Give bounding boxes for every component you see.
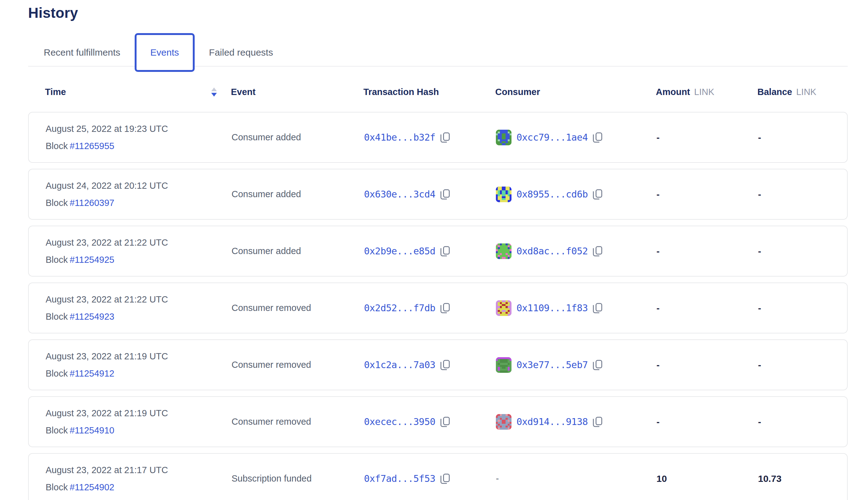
time-cell: August 23, 2022 at 21:19 UTC Block#11254… <box>46 408 231 436</box>
balance-value: - <box>758 132 847 143</box>
balance-value: 10.73 <box>758 474 847 484</box>
balance-value: - <box>758 360 847 370</box>
block-number-link[interactable]: #11260397 <box>70 198 114 208</box>
tab-events[interactable]: Events <box>135 33 195 72</box>
consumer-identicon <box>496 414 512 430</box>
block-line: Block#11254925 <box>46 255 231 265</box>
block-number-link[interactable]: #11265955 <box>70 141 114 151</box>
copy-icon[interactable] <box>440 360 450 370</box>
copy-icon[interactable] <box>593 360 602 370</box>
copy-icon[interactable] <box>440 474 450 484</box>
amount-value: - <box>656 189 758 200</box>
copy-icon[interactable] <box>593 132 602 143</box>
copy-icon[interactable] <box>593 417 602 427</box>
transaction-hash-cell: 0x1c2a...7a03 <box>364 359 496 370</box>
sort-desc-icon <box>211 93 217 96</box>
event-row: August 23, 2022 at 21:22 UTC Block#11254… <box>28 226 848 276</box>
sort-icon[interactable] <box>211 88 217 96</box>
consumer-address-group: 0xcc79...1ae4 <box>496 130 602 145</box>
balance-value: - <box>758 303 847 314</box>
event-row: August 25, 2022 at 19:23 UTC Block#11265… <box>28 112 848 163</box>
consumer-address-group: 0x3e77...5eb7 <box>496 357 602 373</box>
block-number-link[interactable]: #11254902 <box>70 482 114 492</box>
transaction-hash-link[interactable]: 0x1c2a...7a03 <box>364 359 435 370</box>
tab-failed-requests[interactable]: Failed requests <box>209 47 273 58</box>
consumer-address-link[interactable]: 0xd8ac...f052 <box>516 246 588 257</box>
column-header-time[interactable]: Time <box>45 87 231 97</box>
history-tabs: Recent fulfillments Events Failed reques… <box>28 33 848 72</box>
table-header: Time Event Transaction Hash Consumer Amo… <box>28 72 848 112</box>
column-header-balance: Balance LINK <box>757 87 848 97</box>
consumer-identicon <box>496 357 512 373</box>
copy-icon[interactable] <box>593 246 602 257</box>
amount-value: - <box>656 303 758 314</box>
consumer-address-link[interactable]: 0x1109...1f83 <box>516 303 588 314</box>
consumer-address-link[interactable]: 0x8955...cd6b <box>516 189 588 200</box>
event-type: Consumer added <box>231 189 364 200</box>
consumer-cell: 0xd914...9138 <box>496 414 656 430</box>
consumer-address-group: 0xd914...9138 <box>496 414 602 430</box>
transaction-hash-link[interactable]: 0x2d52...f7db <box>364 303 435 314</box>
amount-value: 10 <box>656 474 758 484</box>
block-line: Block#11260397 <box>46 198 231 208</box>
copy-icon[interactable] <box>440 132 450 143</box>
time-cell: August 25, 2022 at 19:23 UTC Block#11265… <box>46 124 231 151</box>
block-line: Block#11254912 <box>46 368 231 379</box>
tab-recent-fulfillments[interactable]: Recent fulfillments <box>44 47 120 58</box>
copy-icon[interactable] <box>440 189 450 200</box>
copy-icon[interactable] <box>593 303 602 314</box>
event-date: August 25, 2022 at 19:23 UTC <box>46 124 231 134</box>
consumer-address-link[interactable]: 0xcc79...1ae4 <box>516 132 588 143</box>
transaction-hash-cell: 0x2d52...f7db <box>364 303 496 314</box>
block-label: Block <box>46 141 68 151</box>
block-number-link[interactable]: #11254910 <box>70 425 114 435</box>
transaction-hash-link[interactable]: 0xf7ad...5f53 <box>364 473 435 484</box>
consumer-cell: 0x1109...1f83 <box>496 300 656 316</box>
consumer-identicon <box>496 130 512 145</box>
consumer-identicon <box>496 186 512 202</box>
copy-icon[interactable] <box>440 246 450 257</box>
transaction-hash-link[interactable]: 0x41be...b32f <box>364 132 435 143</box>
event-type: Consumer removed <box>231 303 364 313</box>
event-date: August 23, 2022 at 21:17 UTC <box>46 465 231 475</box>
transaction-hash-cell: 0xf7ad...5f53 <box>364 473 496 484</box>
block-number-link[interactable]: #11254925 <box>70 255 114 265</box>
amount-value: - <box>656 246 758 257</box>
block-number-link[interactable]: #11254923 <box>70 311 114 321</box>
transaction-hash-cell: 0x41be...b32f <box>364 132 496 143</box>
event-row: August 23, 2022 at 21:19 UTC Block#11254… <box>28 339 848 390</box>
consumer-address-group: 0x1109...1f83 <box>496 300 602 316</box>
copy-icon[interactable] <box>440 303 450 314</box>
amount-value: - <box>656 132 758 143</box>
transaction-hash-cell: 0x2b9e...e85d <box>364 246 496 257</box>
amount-unit-label: LINK <box>694 87 714 97</box>
consumer-cell: 0x3e77...5eb7 <box>496 357 656 373</box>
sort-asc-icon <box>211 88 217 91</box>
consumer-empty: - <box>496 474 499 484</box>
block-number-link[interactable]: #11254912 <box>70 368 114 378</box>
consumer-address-link[interactable]: 0xd914...9138 <box>516 416 588 427</box>
block-label: Block <box>46 482 68 492</box>
transaction-hash-link[interactable]: 0xecec...3950 <box>364 416 435 427</box>
transaction-hash-cell: 0xecec...3950 <box>364 416 496 427</box>
transaction-hash-link[interactable]: 0x630e...3cd4 <box>364 189 435 200</box>
column-header-amount: Amount LINK <box>656 87 757 97</box>
time-cell: August 23, 2022 at 21:22 UTC Block#11254… <box>46 238 231 265</box>
event-date: August 23, 2022 at 21:19 UTC <box>46 408 231 418</box>
event-date: August 23, 2022 at 21:22 UTC <box>46 238 231 248</box>
copy-icon[interactable] <box>593 189 602 200</box>
event-type: Consumer added <box>231 132 364 143</box>
event-date: August 23, 2022 at 21:19 UTC <box>46 351 231 362</box>
copy-icon[interactable] <box>440 417 450 427</box>
amount-label: Amount <box>656 87 690 97</box>
block-line: Block#11254902 <box>46 482 231 492</box>
column-header-event: Event <box>231 87 363 97</box>
consumer-cell: 0xcc79...1ae4 <box>496 130 656 145</box>
transaction-hash-link[interactable]: 0x2b9e...e85d <box>364 246 435 257</box>
consumer-address-link[interactable]: 0x3e77...5eb7 <box>516 359 588 370</box>
event-row: August 23, 2022 at 21:22 UTC Block#11254… <box>28 283 848 333</box>
event-row: August 23, 2022 at 21:17 UTC Block#11254… <box>28 453 848 500</box>
balance-unit-label: LINK <box>796 87 816 97</box>
balance-label: Balance <box>757 87 792 97</box>
consumer-cell: 0xd8ac...f052 <box>496 243 656 259</box>
